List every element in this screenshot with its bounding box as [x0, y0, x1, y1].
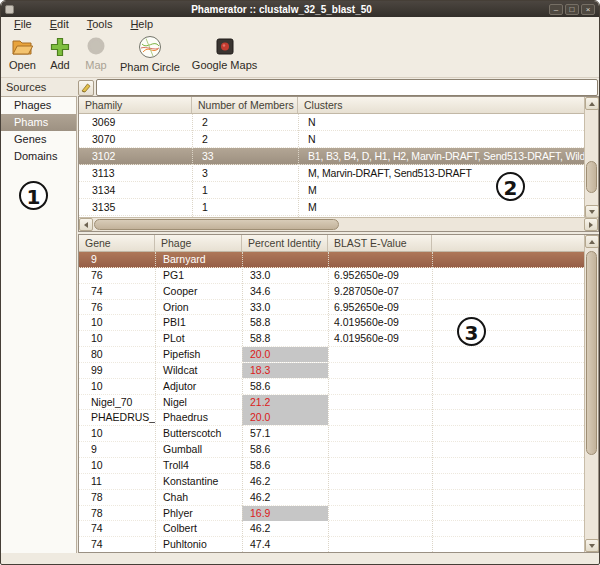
down-arrow-icon — [589, 210, 595, 214]
scroll-left-button[interactable] — [79, 218, 93, 231]
cell-phage: Troll4 — [155, 458, 242, 473]
cell-gene: Nigel_70 — [79, 395, 155, 410]
up-arrow-icon — [589, 102, 595, 106]
cell-members: 2 — [192, 131, 298, 147]
cell-gene: 78 — [79, 506, 155, 521]
column-separator — [328, 252, 329, 552]
annotation-circle-2: 2 — [496, 172, 525, 201]
pham-circle-button[interactable]: Pham Circle — [116, 35, 184, 74]
cell-gene: 74 — [79, 284, 155, 299]
pham-table-body: 3069 2 N 3070 2 N 3102 33 B1, B3, B4, D,… — [79, 114, 584, 219]
close-button[interactable]: × — [581, 4, 595, 15]
cell-blast-evalue — [328, 458, 432, 473]
scrollbar-thumb[interactable] — [586, 251, 597, 455]
cell-members: 1 — [192, 199, 298, 215]
table-row[interactable]: 3135 1 M — [79, 199, 584, 216]
cell-blast-evalue — [328, 537, 432, 552]
pham-table-hscrollbar[interactable] — [79, 217, 598, 231]
sidebar-item[interactable]: Domains — [1, 148, 76, 165]
left-arrow-icon — [84, 222, 88, 228]
map-button[interactable]: Map — [80, 35, 112, 72]
cell-gene: PHAEDRUS_73 — [79, 410, 155, 425]
gene-table-vscrollbar[interactable] — [584, 235, 598, 552]
table-row[interactable]: 3070 2 N — [79, 131, 584, 148]
cell-percent-identity: 34.6 — [242, 284, 328, 299]
scroll-down-button[interactable] — [585, 539, 599, 552]
annotation-circle-3: 3 — [457, 317, 486, 346]
cell-clusters: M, Marvin-DRAFT, Send513-DRAFT — [298, 165, 584, 181]
sources-panel-header: Sources — [6, 81, 46, 93]
scroll-up-button[interactable] — [585, 97, 599, 110]
menu-item[interactable]: Tools — [78, 17, 122, 32]
sidebar-item[interactable]: Phages — [1, 97, 76, 114]
cell-percent-identity: 20.0 — [242, 410, 328, 425]
clear-input-icon — [80, 81, 92, 96]
cell-percent-identity: 58.6 — [242, 379, 328, 394]
cell-percent-identity: 58.6 — [242, 442, 328, 457]
column-separator — [432, 252, 433, 552]
cell-phage: Nigel — [155, 395, 242, 410]
cell-members: 33 — [192, 148, 298, 164]
right-arrow-icon — [589, 222, 593, 228]
column-header-percent-identity[interactable]: Percent Identity — [242, 235, 328, 251]
pham-table-vscrollbar[interactable] — [584, 97, 598, 218]
cell-members: 3 — [192, 165, 298, 181]
column-header-phamily[interactable]: Phamily — [79, 97, 192, 113]
scroll-up-button[interactable] — [585, 235, 599, 248]
cell-phage: Colbert — [155, 521, 242, 536]
search-input[interactable] — [96, 79, 598, 96]
column-header-blast-evalue[interactable]: BLAST E-Value — [328, 235, 432, 251]
column-header-phage[interactable]: Phage — [155, 235, 242, 251]
menu-item[interactable]: File — [5, 17, 41, 32]
column-separator — [298, 114, 299, 219]
cell-percent-identity: 47.4 — [242, 537, 328, 552]
cell-gene: 10 — [79, 331, 155, 346]
cell-gene: 9 — [79, 442, 155, 457]
cell-gene: 99 — [79, 363, 155, 378]
column-header-clusters[interactable]: Clusters — [298, 97, 584, 113]
folder-open-icon — [10, 35, 34, 59]
pham-circle-label: Pham Circle — [120, 61, 180, 74]
table-row[interactable]: 3102 33 B1, B3, B4, D, H1, H2, Marvin-DR… — [79, 148, 584, 165]
cell-gene: 10 — [79, 426, 155, 441]
cell-members: 2 — [192, 114, 298, 130]
cell-phage: Adjutor — [155, 379, 242, 394]
cell-percent-identity: 21.2 — [242, 395, 328, 410]
clear-filter-button[interactable] — [78, 80, 94, 96]
cell-gene: 78 — [79, 490, 155, 505]
cell-percent-identity: 33.0 — [242, 300, 328, 315]
cell-clusters: N — [298, 114, 584, 130]
cell-percent-identity: 18.3 — [242, 363, 328, 378]
cell-phamily: 3113 — [79, 165, 192, 181]
cell-blast-evalue: 9.287050e-07 — [328, 284, 432, 299]
cell-blast-evalue: 6.952650e-09 — [328, 300, 432, 315]
maximize-button[interactable]: □ — [565, 4, 579, 15]
cell-phamily: 3135 — [79, 199, 192, 215]
sidebar-item[interactable]: Phams — [1, 114, 76, 131]
cell-phage: Puhltonio — [155, 537, 242, 552]
table-row[interactable]: 3069 2 N — [79, 114, 584, 131]
cell-phage: Phaedrus — [155, 410, 242, 425]
scroll-right-button[interactable] — [584, 218, 598, 231]
window-icon — [5, 5, 14, 14]
column-header-members[interactable]: Number of Members — [192, 97, 298, 113]
menu-item[interactable]: Help — [121, 17, 162, 32]
cell-percent-identity: 33.0 — [242, 268, 328, 283]
cell-phage: PBI1 — [155, 315, 242, 330]
google-maps-button[interactable]: Google Maps — [188, 35, 261, 72]
open-button[interactable]: Open — [5, 35, 40, 72]
cell-gene: 11 — [79, 474, 155, 489]
cell-phage: Orion — [155, 300, 242, 315]
cell-blast-evalue — [328, 474, 432, 489]
column-separator — [242, 252, 243, 552]
column-header-gene[interactable]: Gene — [79, 235, 155, 251]
scrollbar-thumb[interactable] — [94, 219, 339, 230]
scrollbar-thumb[interactable] — [586, 161, 597, 193]
sidebar-item[interactable]: Genes — [1, 131, 76, 148]
window-title: Phamerator :: clustalw_32_5_blast_50 — [14, 4, 549, 15]
cell-clusters: B1, B3, B4, D, H1, H2, Marvin-DRAFT, Sen… — [298, 148, 584, 164]
minimize-button[interactable]: – — [549, 4, 563, 15]
menu-item[interactable]: Edit — [41, 17, 78, 32]
cell-blast-evalue — [328, 379, 432, 394]
add-button[interactable]: Add — [44, 35, 76, 72]
